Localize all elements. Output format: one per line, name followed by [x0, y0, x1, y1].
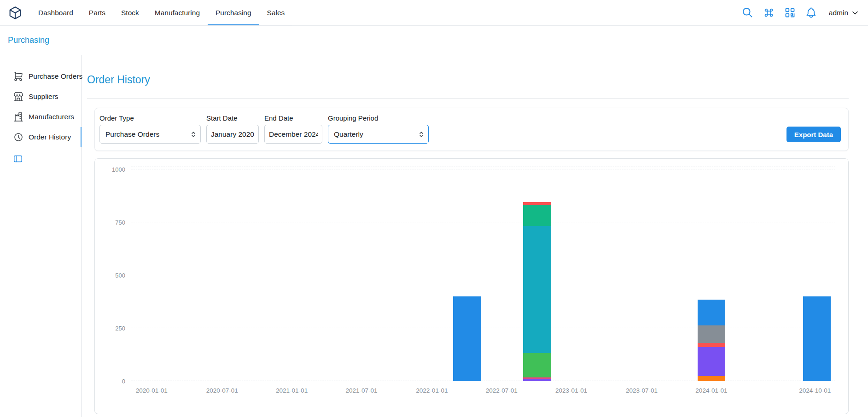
- building-store-icon: [13, 91, 24, 102]
- top-navbar: Dashboard Parts Stock Manufacturing Purc…: [0, 0, 868, 26]
- sidebar-item-manufacturers[interactable]: Manufacturers: [0, 107, 81, 127]
- chart-gridline: [131, 169, 835, 169]
- chart-bar-segment[interactable]: [698, 325, 725, 343]
- breadcrumb-purchasing[interactable]: Purchasing: [8, 35, 49, 45]
- content-area: Purchase Orders Suppliers M: [0, 55, 868, 417]
- notification-bell-icon[interactable]: [805, 6, 817, 19]
- tab-stock[interactable]: Stock: [113, 0, 147, 25]
- end-date-input[interactable]: [264, 125, 322, 144]
- chevron-down-icon: [851, 8, 860, 17]
- tab-purchasing[interactable]: Purchasing: [208, 0, 259, 25]
- select-chevrons-icon: [189, 130, 198, 139]
- x-axis-tick-label: 2023-07-01: [626, 387, 658, 394]
- chart-bar-segment[interactable]: [698, 376, 725, 382]
- chart-bar-segment[interactable]: [523, 226, 551, 353]
- sidebar-item-label: Purchase Orders: [29, 72, 82, 81]
- chart-bar-segment[interactable]: [698, 347, 725, 376]
- factory-icon: [13, 111, 24, 122]
- sidebar-item-order-history[interactable]: Order History: [0, 127, 81, 147]
- chart-bar[interactable]: [523, 167, 551, 381]
- x-axis-tick-label: 2020-07-01: [206, 387, 238, 394]
- grouping-period-label: Grouping Period: [328, 114, 429, 122]
- chart-bar[interactable]: [803, 167, 831, 381]
- select-chevrons-icon: [417, 130, 425, 139]
- chart-bar[interactable]: [453, 167, 481, 381]
- x-axis-tick-label: 2021-07-01: [345, 387, 377, 394]
- export-data-button[interactable]: Export Data: [786, 127, 841, 142]
- start-date-field: Start Date: [206, 114, 259, 144]
- history-clock-icon: [13, 132, 24, 143]
- filter-panel: Order Type Purchase Orders Start Date En…: [94, 108, 849, 151]
- main-panel: Order History Order Type Purchase Orders…: [82, 55, 868, 417]
- sidebar-item-label: Order History: [29, 133, 71, 141]
- sidebar-item-suppliers[interactable]: Suppliers: [0, 87, 81, 107]
- chart-bar-segment[interactable]: [453, 296, 481, 381]
- barcode-scan-icon[interactable]: [784, 6, 796, 19]
- main-nav-tabs: Dashboard Parts Stock Manufacturing Purc…: [30, 0, 292, 25]
- chart-bar-segment[interactable]: [523, 353, 551, 377]
- sidebar-item-purchase-orders[interactable]: Purchase Orders: [0, 66, 81, 87]
- page-title: Order History: [87, 74, 849, 86]
- navbar-actions: admin: [741, 0, 868, 25]
- order-history-chart-card: 025050075010002020-01-012020-07-012021-0…: [94, 158, 849, 414]
- chart-plot-area[interactable]: 025050075010002020-01-012020-07-012021-0…: [131, 167, 835, 381]
- chart-bar-segment[interactable]: [698, 300, 725, 326]
- title-divider: [87, 98, 849, 98]
- x-axis-tick-label: 2024-01-01: [695, 387, 727, 394]
- chart-bar-segment[interactable]: [523, 205, 551, 226]
- sidebar-collapse-icon[interactable]: [13, 154, 23, 164]
- chart-gridline: [131, 275, 835, 275]
- chart-gridline: [131, 328, 835, 328]
- search-icon[interactable]: [741, 6, 754, 19]
- tab-parts[interactable]: Parts: [81, 0, 113, 25]
- shopping-cart-icon: [13, 71, 24, 82]
- grouping-period-field: Grouping Period Quarterly: [328, 114, 429, 144]
- app-logo-icon[interactable]: [7, 5, 23, 21]
- chart-gridline: [131, 222, 835, 222]
- y-axis-tick-label: 250: [115, 324, 125, 331]
- y-axis-tick-label: 1000: [112, 166, 125, 173]
- chart-gridline: [131, 381, 835, 381]
- user-menu[interactable]: admin: [829, 8, 860, 17]
- chart-gridline: [131, 167, 835, 167]
- order-type-label: Order Type: [99, 114, 201, 122]
- end-date-label: End Date: [264, 114, 322, 122]
- x-axis-tick-label: 2022-07-01: [486, 387, 518, 394]
- order-type-select[interactable]: Purchase Orders: [99, 125, 201, 144]
- y-axis-tick-label: 0: [122, 378, 125, 385]
- x-axis-tick-label: 2022-01-01: [416, 387, 448, 394]
- tab-dashboard[interactable]: Dashboard: [30, 0, 81, 25]
- sidebar-item-label: Suppliers: [29, 93, 58, 101]
- y-axis-tick-label: 500: [115, 272, 125, 278]
- x-axis-tick-label: 2024-10-01: [799, 387, 831, 394]
- start-date-label: Start Date: [206, 114, 259, 122]
- x-axis-tick-label: 2023-01-01: [555, 387, 587, 394]
- grouping-period-select[interactable]: Quarterly: [328, 125, 429, 144]
- sidebar-item-label: Manufacturers: [29, 113, 74, 121]
- x-axis-tick-label: 2020-01-01: [136, 387, 168, 394]
- start-date-input[interactable]: [206, 125, 259, 144]
- end-date-field: End Date: [264, 114, 322, 144]
- order-type-value: Purchase Orders: [105, 130, 159, 139]
- command-palette-icon[interactable]: [763, 6, 775, 19]
- order-type-field: Order Type Purchase Orders: [99, 114, 201, 144]
- breadcrumb: Purchasing: [0, 26, 868, 55]
- chart-bar[interactable]: [698, 167, 725, 381]
- grouping-period-value: Quarterly: [334, 130, 363, 139]
- chart-bar-segment[interactable]: [698, 343, 725, 347]
- x-axis-tick-label: 2021-01-01: [276, 387, 308, 394]
- y-axis-tick-label: 750: [115, 219, 125, 226]
- chart-bar-segment[interactable]: [523, 379, 551, 381]
- tab-sales[interactable]: Sales: [259, 0, 293, 25]
- username: admin: [829, 9, 848, 17]
- sidebar: Purchase Orders Suppliers M: [0, 55, 82, 417]
- chart-bar-segment[interactable]: [803, 296, 831, 381]
- tab-manufacturing[interactable]: Manufacturing: [147, 0, 208, 25]
